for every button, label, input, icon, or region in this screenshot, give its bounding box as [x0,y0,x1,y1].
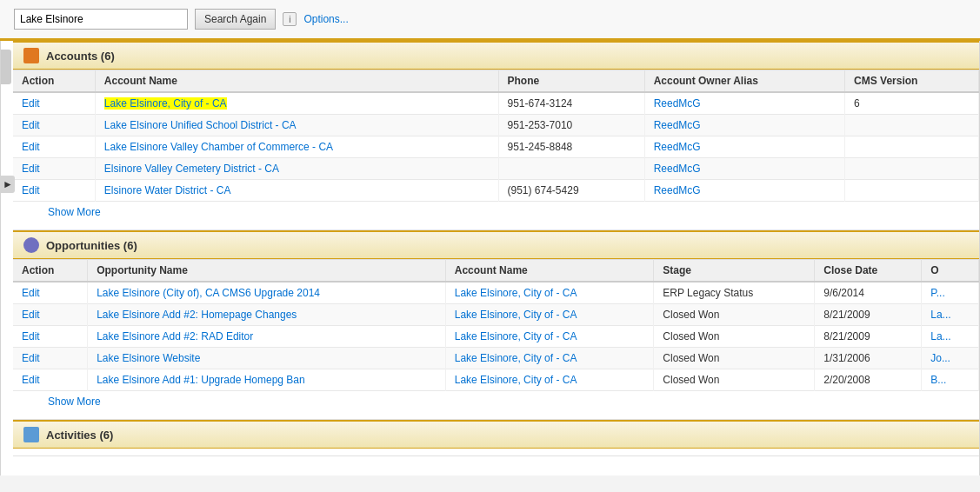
table-row: Edit Elsinore Water District - CA (951) … [13,180,979,202]
table-row: Edit Lake Elsinore Add #1: Upgrade Homep… [13,369,979,391]
stage-cell: Closed Won [654,304,815,326]
account-name-link[interactable]: Lake Elsinore, City of - CA [104,97,227,110]
search-input[interactable] [14,9,188,30]
opp-name-link[interactable]: Lake Elsinore Add #2: RAD Editor [97,330,253,342]
accounts-show-more[interactable]: Show More [13,202,979,223]
opp-account-link[interactable]: Lake Elsinore, City of - CA [455,287,577,299]
activities-icon [23,427,39,442]
accounts-section: Accounts (6) Action Account Name Phone A… [13,41,979,230]
phone-cell: 951-253-7010 [498,115,644,136]
opp-name-link[interactable]: Lake Elsinore Website [97,352,200,364]
table-row: Edit Lake Elsinore Unified School Distri… [13,115,979,136]
table-row: Edit Lake Elsinore Valley Chamber of Com… [13,136,979,158]
info-icon[interactable]: i [283,12,297,26]
top-bar: Search Again i Options... [0,0,980,41]
opp-extra-link[interactable]: B... [930,374,946,386]
cms-cell [845,115,979,136]
opportunities-icon [23,237,39,253]
cms-cell [845,136,979,158]
opp-col-close-date: Close Date [815,260,922,283]
left-tab-arrow[interactable]: ► [1,176,15,193]
accounts-table: Action Account Name Phone Account Owner … [13,70,979,202]
close-date-cell: 8/21/2009 [815,304,922,326]
edit-link[interactable]: Edit [22,184,40,196]
accounts-col-cms: CMS Version [845,70,979,93]
edit-link[interactable]: Edit [22,309,40,321]
opp-col-extra: O [922,260,979,283]
account-name-link[interactable]: Lake Elsinore Valley Chamber of Commerce… [104,141,333,153]
close-date-cell: 1/31/2006 [815,348,922,369]
opp-name-link[interactable]: Lake Elsinore (City of), CA CMS6 Upgrade… [97,287,320,299]
main-content: ► Accounts (6) Action Account Name Phone… [0,41,980,475]
opportunities-section-header: Opportunities (6) [13,230,979,259]
phone-cell: 951-245-8848 [498,136,644,158]
owner-link[interactable]: ReedMcG [654,119,701,131]
accounts-col-owner: Account Owner Alias [644,70,844,93]
opp-account-link[interactable]: Lake Elsinore, City of - CA [455,352,577,364]
opp-extra-link[interactable]: La... [930,330,950,342]
close-date-cell: 8/21/2009 [815,326,922,348]
edit-link[interactable]: Edit [22,119,40,131]
accounts-icon [23,48,39,63]
owner-link[interactable]: ReedMcG [654,97,701,110]
opportunities-section: Opportunities (6) Action Opportunity Nam… [13,230,979,420]
accounts-section-header: Accounts (6) [13,41,979,70]
opp-col-name: Opportunity Name [88,260,446,283]
cms-cell [845,180,979,202]
edit-link[interactable]: Edit [22,330,40,342]
account-name-link[interactable]: Elsinore Water District - CA [104,184,231,196]
table-row: Edit Lake Elsinore (City of), CA CMS6 Up… [13,282,979,304]
edit-link[interactable]: Edit [22,374,40,386]
opp-account-link[interactable]: Lake Elsinore, City of - CA [455,309,577,321]
opp-account-link[interactable]: Lake Elsinore, City of - CA [455,330,577,342]
opportunities-table: Action Opportunity Name Account Name Sta… [13,259,979,391]
edit-link[interactable]: Edit [22,287,40,299]
owner-link[interactable]: ReedMcG [654,184,701,196]
accounts-table-header-row: Action Account Name Phone Account Owner … [13,70,979,93]
table-row: Edit Lake Elsinore Add #2: Homepage Chan… [13,304,979,326]
close-date-cell: 2/20/2008 [815,369,922,391]
opp-extra-link[interactable]: Jo... [930,352,950,364]
cms-cell [845,158,979,180]
phone-cell [498,158,644,180]
owner-link[interactable]: ReedMcG [654,163,701,175]
cms-cell: 6 [845,92,979,115]
opportunities-section-title: Opportunities (6) [46,239,137,252]
opp-col-stage: Stage [654,260,815,283]
opp-extra-link[interactable]: P... [930,287,944,299]
opportunities-table-header-row: Action Opportunity Name Account Name Sta… [13,260,979,283]
table-row: Edit Lake Elsinore Website Lake Elsinore… [13,348,979,369]
table-row: Edit Lake Elsinore Add #2: RAD Editor La… [13,326,979,348]
edit-link[interactable]: Edit [22,141,40,153]
opp-col-account: Account Name [445,260,654,283]
opp-col-action: Action [13,260,88,283]
left-tab-top [1,50,11,84]
opp-name-link[interactable]: Lake Elsinore Add #1: Upgrade Homepg Ban [97,374,305,386]
opp-name-link[interactable]: Lake Elsinore Add #2: Homepage Changes [97,309,297,321]
accounts-col-phone: Phone [498,70,644,93]
activities-section-title: Activities (6) [46,429,113,442]
edit-link[interactable]: Edit [22,163,40,175]
stage-cell: Closed Won [654,369,815,391]
edit-link[interactable]: Edit [22,97,40,110]
activities-section: Activities (6) [13,420,979,456]
search-again-button[interactable]: Search Again [195,9,276,30]
phone-cell: (951) 674-5429 [498,180,644,202]
opp-show-more[interactable]: Show More [13,391,979,412]
stage-cell: Closed Won [654,348,815,369]
close-date-cell: 9/6/2014 [815,282,922,304]
opp-account-link[interactable]: Lake Elsinore, City of - CA [455,374,577,386]
opp-extra-link[interactable]: La... [930,309,950,321]
owner-link[interactable]: ReedMcG [654,141,701,153]
account-name-link[interactable]: Lake Elsinore Unified School District - … [104,119,297,131]
phone-cell: 951-674-3124 [498,92,644,115]
edit-link[interactable]: Edit [22,352,40,364]
account-name-link[interactable]: Elsinore Valley Cemetery District - CA [104,163,279,175]
options-link[interactable]: Options... [303,13,348,25]
accounts-col-action: Action [13,70,95,93]
table-row: Edit Elsinore Valley Cemetery District -… [13,158,979,180]
accounts-col-name: Account Name [95,70,498,93]
stage-cell: Closed Won [654,326,815,348]
accounts-section-title: Accounts (6) [46,50,115,63]
stage-cell: ERP Legacy Status [654,282,815,304]
